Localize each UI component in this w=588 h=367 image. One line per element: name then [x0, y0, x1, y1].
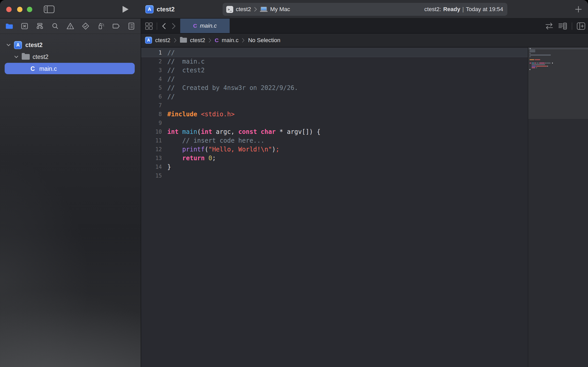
activity-status[interactable]: ctest2: Ready | Today at 19:54 [424, 6, 503, 13]
test-navigator-tab[interactable] [80, 21, 91, 31]
project-icon-glyph: A [147, 38, 150, 43]
code-line[interactable]: 11 // insert code here... [141, 136, 528, 145]
code-line[interactable]: 15 [141, 171, 528, 180]
code-line[interactable]: 13 return 0; [141, 154, 528, 163]
code-line[interactable]: 12 printf("Hello, World!\n"); [141, 145, 528, 154]
swap-arrows-icon [545, 22, 554, 30]
chevron-right-icon [254, 6, 257, 12]
scheme-destination[interactable]: My Mac [270, 6, 290, 13]
zoom-button[interactable] [27, 7, 32, 12]
tree-row-project[interactable]: A ctest2 [0, 39, 141, 51]
selection-highlight [5, 63, 135, 74]
chevron-right-icon [171, 23, 176, 29]
source-control-navigator-tab[interactable] [19, 21, 30, 31]
forward-button[interactable] [170, 22, 177, 30]
symbol-navigator-tab[interactable] [34, 21, 46, 31]
project-icon-glyph: A [14, 41, 22, 49]
line-number[interactable]: 1 [141, 48, 163, 57]
jump-bar-item[interactable]: No Selection [248, 37, 280, 44]
line-number[interactable]: 15 [141, 171, 163, 180]
play-icon [122, 6, 129, 13]
jump-bar-item[interactable]: ctest2 [190, 37, 205, 44]
scheme-selector[interactable]: >_ ctest2 My Mac [226, 6, 290, 13]
jump-bar-item[interactable]: main.c [222, 37, 239, 44]
minimize-button[interactable] [17, 7, 22, 12]
add-editor-button[interactable] [576, 22, 586, 30]
code-line[interactable]: 2// main.c [141, 57, 528, 66]
project-icon[interactable]: A [145, 37, 152, 44]
issue-navigator-tab[interactable] [65, 21, 76, 31]
minimap-line-mark [534, 63, 536, 64]
tab-overview-button[interactable] [145, 22, 153, 30]
diamond-check-icon [81, 22, 90, 30]
breakpoint-navigator-tab[interactable] [110, 21, 122, 31]
debug-navigator-tab[interactable] [95, 21, 107, 31]
minimap-line-mark [532, 64, 545, 65]
disclosure-chevron-icon[interactable] [13, 54, 19, 59]
line-number[interactable]: 13 [141, 154, 163, 163]
source-editor[interactable]: 1//2// main.c3// ctest24//5// Created by… [141, 47, 588, 367]
line-number[interactable]: 10 [141, 127, 163, 136]
code-line[interactable]: 9 [141, 119, 528, 127]
line-number[interactable]: 14 [141, 163, 163, 171]
jump-bar-item[interactable]: ctest2 [155, 37, 170, 44]
divider [572, 22, 572, 30]
line-number[interactable]: 5 [141, 83, 163, 92]
search-icon [51, 22, 59, 30]
minimap-line-mark [537, 63, 539, 64]
sidebar-toggle-icon [44, 5, 55, 13]
tree-label: ctest2 [33, 53, 48, 60]
window-title: ctest2 [157, 0, 175, 19]
line-number[interactable]: 11 [141, 136, 163, 145]
project-navigator-tab[interactable] [4, 21, 15, 31]
plus-icon [575, 5, 582, 13]
editor-options-button[interactable] [557, 22, 568, 30]
code-line[interactable]: 7 [141, 101, 528, 110]
code-line[interactable]: 1// [141, 48, 528, 57]
c-file-icon: C [31, 65, 35, 72]
line-number[interactable]: 6 [141, 92, 163, 101]
disclosure-chevron-icon[interactable] [6, 42, 11, 48]
code-line[interactable]: 10int main(int argc, const char * argv[]… [141, 127, 528, 136]
minimap-document-background [528, 47, 588, 119]
minimap[interactable] [528, 47, 588, 367]
code-line[interactable]: 4// [141, 75, 528, 83]
hierarchy-icon [35, 22, 44, 30]
code-line[interactable]: 8#include <stdio.h> [141, 110, 528, 119]
code-review-button[interactable] [544, 22, 554, 30]
toggle-sidebar-button[interactable] [43, 5, 55, 13]
close-button[interactable] [6, 7, 12, 12]
code-line[interactable]: 6// [141, 92, 528, 101]
tab-main-c[interactable]: C main.c [180, 19, 230, 33]
library-add-button[interactable] [574, 5, 583, 14]
line-number[interactable]: 2 [141, 57, 163, 66]
code-text: // [163, 48, 175, 57]
code-line[interactable]: 5// Created by 4nsw3r on 2022/9/26. [141, 83, 528, 92]
navigator-sidebar: A ctest2 ctest2 C main.c [0, 19, 141, 367]
tab-label: main.c [200, 22, 217, 29]
minimap-line-mark [536, 66, 547, 67]
code-area[interactable]: 1//2// main.c3// ctest24//5// Created by… [141, 47, 528, 367]
line-number[interactable]: 12 [141, 145, 163, 154]
find-navigator-tab[interactable] [49, 21, 61, 31]
chevron-separator-icon [208, 37, 212, 43]
report-list-icon [127, 22, 136, 30]
code-line[interactable]: 3// ctest2 [141, 66, 528, 75]
back-button[interactable] [160, 22, 168, 30]
minimap-line-mark [536, 67, 537, 68]
folder-icon[interactable] [180, 38, 187, 43]
status-prefix: ctest2: [424, 6, 441, 13]
line-number[interactable]: 8 [141, 110, 163, 119]
code-text: } [163, 163, 171, 171]
line-number[interactable]: 4 [141, 75, 163, 83]
code-line[interactable]: 14} [141, 163, 528, 171]
tree-row-file-selected[interactable]: C main.c [0, 63, 141, 75]
line-number[interactable]: 3 [141, 66, 163, 75]
line-number[interactable]: 7 [141, 101, 163, 110]
tree-row-group[interactable]: ctest2 [0, 51, 141, 63]
report-navigator-tab[interactable] [126, 21, 137, 31]
minimap-line-mark [552, 63, 553, 64]
line-number[interactable]: 9 [141, 119, 163, 127]
scheme-target[interactable]: ctest2 [236, 6, 251, 13]
run-button[interactable] [122, 6, 129, 13]
